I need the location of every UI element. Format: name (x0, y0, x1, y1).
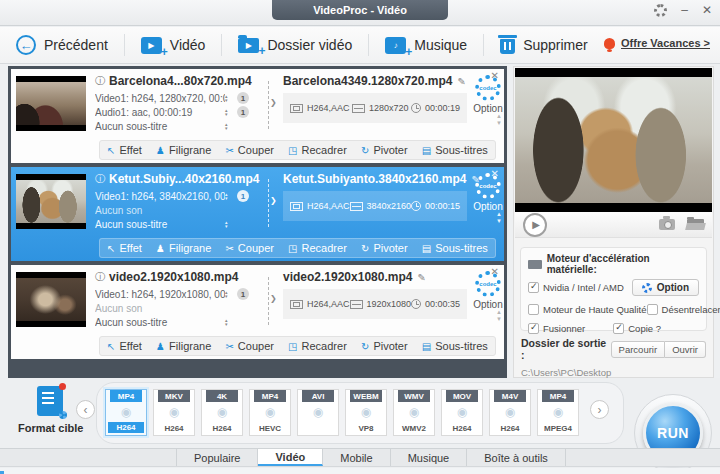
info-icon[interactable]: ⓘ (95, 74, 105, 88)
action-couper[interactable]: ✂Couper (225, 340, 273, 352)
rename-pencil-icon[interactable]: ✎ (457, 76, 465, 87)
deinterlace-checkbox-box[interactable] (647, 304, 658, 315)
hw-option-button[interactable]: Option (632, 279, 699, 296)
codec-gear-icon[interactable]: codec (475, 173, 501, 199)
output-file-name: video2.1920x1080.mp4 (283, 270, 412, 284)
film-reel-icon: ◉ (394, 405, 434, 419)
action-pivoter[interactable]: ↻Pivoter (361, 340, 408, 352)
reorder-arrows[interactable]: ▲▼ (496, 113, 502, 127)
add-music-button[interactable]: ♪+ Musique (369, 31, 483, 59)
stream-stepper[interactable]: ▴▾ (225, 220, 233, 228)
open-button[interactable]: Ouvrir (665, 341, 706, 358)
rename-pencil-icon[interactable]: ✎ (417, 272, 425, 283)
format-tile[interactable]: MP4 ◉ HEVC (249, 389, 291, 436)
play-button[interactable]: ▶ (523, 213, 547, 237)
action-effet[interactable]: ↖Effet (107, 340, 142, 352)
open-folder-icon[interactable] (687, 219, 704, 230)
minimize-button[interactable]: – (681, 3, 688, 17)
filigrane-icon: ♟ (156, 145, 165, 156)
action-filigrane[interactable]: ♟Filigrane (156, 144, 211, 156)
video-list-item[interactable]: ✕ ⓘ Ketut.Subiy...40x2160.mp4 Video1: h2… (11, 167, 504, 261)
format-tile[interactable]: MKV ◉ H264 (153, 389, 195, 436)
action-pivoter[interactable]: ↻Pivoter (361, 144, 408, 156)
formats-scroll-left-button[interactable]: ‹ (76, 400, 95, 419)
stream-info-line: Aucun sous-titre▴▾ (95, 315, 259, 329)
high-quality-checkbox[interactable]: Moteur de Haute Qualité (528, 304, 647, 315)
stream-stepper[interactable]: ▴▾ (225, 122, 233, 130)
sous-titres-icon: ▤ (422, 243, 431, 254)
action-sous-titres[interactable]: ▤Sous-titres (422, 340, 488, 352)
tab-populaire[interactable]: Populaire (177, 449, 258, 466)
action-filigrane[interactable]: ♟Filigrane (156, 242, 211, 254)
action-recadrer[interactable]: ◳Recadrer (288, 242, 347, 254)
copy-checkbox[interactable]: Copie ? (613, 323, 661, 334)
video-list-item[interactable]: ✕ ⓘ Barcelona4...80x720.mp4 Video1: h264… (11, 69, 504, 163)
add-video-folder-button[interactable]: ▶+ Dossier vidéo (222, 31, 368, 59)
action-couper[interactable]: ✂Couper (225, 144, 273, 156)
video-thumbnail (16, 76, 86, 131)
stream-stepper[interactable]: ▴▾ (225, 290, 233, 298)
reorder-arrows[interactable]: ▲▼ (496, 211, 502, 225)
back-button[interactable]: ← Précédent (0, 31, 124, 59)
format-tile[interactable]: MP4 ◉ H264 (105, 389, 147, 436)
recadrer-icon: ◳ (288, 145, 297, 156)
format-tile[interactable]: MP4 ◉ MPEG4 (537, 389, 579, 436)
action-sous-titres[interactable]: ▤Sous-titres (422, 144, 488, 156)
merge-checkbox[interactable]: Fusionner (528, 323, 585, 334)
stream-stepper[interactable]: ▴▾ (225, 192, 233, 200)
format-tile[interactable]: WMV ◉ WMV2 (393, 389, 435, 436)
effet-icon: ↖ (107, 243, 115, 254)
back-arrow-icon: ← (16, 35, 36, 55)
action-recadrer[interactable]: ◳Recadrer (288, 340, 347, 352)
format-tile[interactable]: AVI ◉ (297, 389, 339, 436)
reorder-arrows[interactable]: ▲▼ (496, 309, 502, 323)
holiday-offer-link[interactable]: Offre Vacances > (604, 37, 710, 49)
format-tile[interactable]: 4K ◉ H264 (201, 389, 243, 436)
snapshot-camera-icon[interactable] (659, 219, 675, 230)
format-tile[interactable]: WEBM ◉ VP8 (345, 389, 387, 436)
format-ext-label: WEBM (350, 390, 382, 402)
format-tile[interactable]: M4V ◉ H264 (489, 389, 531, 436)
action-effet[interactable]: ↖Effet (107, 242, 142, 254)
film-reel-icon: ◉ (538, 405, 578, 419)
format-tile[interactable]: MOV ◉ H264 (441, 389, 483, 436)
tab-mobile[interactable]: Mobile (323, 449, 390, 466)
gpu-checkbox-box[interactable] (528, 282, 539, 293)
add-video-button[interactable]: ▶+ Vidéo (125, 31, 222, 59)
tab-bo-te-outils[interactable]: Boîte à outils (467, 449, 566, 466)
info-icon[interactable]: ⓘ (95, 172, 105, 186)
action-couper[interactable]: ✂Couper (225, 242, 273, 254)
browse-button[interactable]: Parcourir (611, 341, 666, 358)
clock-icon (411, 201, 421, 211)
stream-info-line: Aucun sous-titre▴▾ (95, 217, 259, 231)
video-thumbnail (16, 272, 86, 327)
action-effet[interactable]: ↖Effet (107, 144, 142, 156)
delete-button[interactable]: Supprimer (484, 31, 604, 59)
gear-icon (642, 283, 652, 293)
video-list-item[interactable]: ✕ ⓘ video2.1920x1080.mp4 Video1: h264, 1… (11, 265, 504, 359)
action-pivoter[interactable]: ↻Pivoter (361, 242, 408, 254)
copy-checkbox-box[interactable] (613, 323, 624, 334)
formats-scroll-right-button[interactable]: › (590, 400, 609, 419)
action-sous-titres[interactable]: ▤Sous-titres (422, 242, 488, 254)
close-window-button[interactable]: ✕ (702, 3, 712, 17)
codec-gear-icon[interactable]: codec (475, 75, 501, 101)
codec-gear-icon[interactable]: codec (475, 271, 501, 297)
info-icon[interactable]: ⓘ (95, 270, 105, 284)
stream-stepper[interactable]: ▴▾ (225, 94, 233, 102)
convert-arrow: ❯ (263, 81, 277, 129)
gpu-checkbox[interactable]: Nvidia / Intel / AMD (528, 282, 624, 293)
deinterlace-checkbox[interactable]: Désentrelacement (647, 304, 720, 315)
tab-musique[interactable]: Musique (391, 449, 468, 466)
high-quality-checkbox-box[interactable] (528, 304, 539, 315)
action-recadrer[interactable]: ◳Recadrer (288, 144, 347, 156)
format-codec-label: HEVC (252, 424, 288, 433)
action-filigrane[interactable]: ♟Filigrane (156, 340, 211, 352)
merge-checkbox-box[interactable] (528, 323, 539, 334)
video-preview[interactable] (515, 68, 712, 212)
target-format-button[interactable]: Format cible (18, 386, 82, 434)
tab-vid-o[interactable]: Vidéo (258, 449, 323, 466)
stream-stepper[interactable]: ▴▾ (225, 108, 233, 116)
stream-stepper[interactable]: ▴▾ (225, 318, 233, 326)
settings-gear-icon[interactable] (654, 4, 667, 17)
